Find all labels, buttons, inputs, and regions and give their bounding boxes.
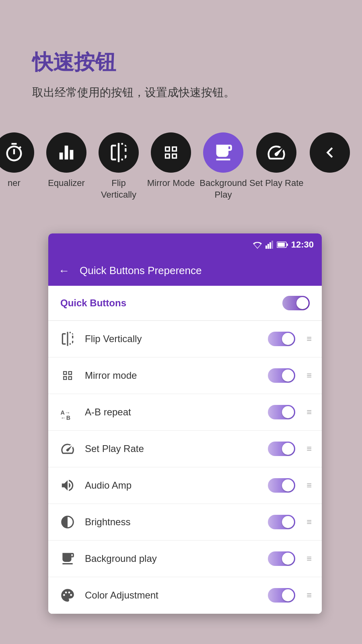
toggle-knob [282,333,294,345]
set-play-rate-row-label: Set Play Rate [85,443,260,454]
settings-row-background-play[interactable]: Background play ≡ [48,541,322,577]
quick-buttons-label: Quick Buttons [60,297,126,309]
settings-row-audio-amp[interactable]: Audio Amp ≡ [48,467,322,504]
page-subtitle: 取出经常使用的按钮，设置成快速按钮。 [32,85,330,100]
background-play-toggle[interactable] [268,551,295,566]
drag-handle-color-adjustment[interactable]: ≡ [306,590,312,601]
flip-vertically-label: FlipVertically [101,178,136,200]
background-play-circle [203,132,243,173]
brightness-icon [60,514,75,530]
toggle-knob [282,443,294,455]
drag-handle-background-play[interactable]: ≡ [306,553,312,564]
toggle-knob [296,297,309,309]
svg-rect-6 [287,244,288,246]
settings-row-ab-repeat[interactable]: A→ ←B A-B repeat ≡ [48,394,322,431]
brightness-row-label: Brightness [85,516,260,528]
color-adjustment-row-icon [58,586,77,605]
color-adjustment-row-label: Color Adjustment [85,590,260,601]
page-title: 快速按钮 [32,48,330,76]
settings-list: Flip Vertically ≡ Mirror mode ≡ A→ ←B [48,321,322,614]
icon-item-background-play[interactable]: BackgroundPlay [197,132,249,200]
set-play-rate-icon [266,142,287,163]
icon-item-timer[interactable]: ner [0,132,40,189]
color-adjustment-toggle[interactable] [268,588,295,603]
icon-item-back[interactable] [304,132,356,178]
toggle-knob [282,406,294,418]
settings-row-mirror-mode[interactable]: Mirror mode ≡ [48,357,322,394]
status-bar: 12:30 [48,233,322,256]
timer-icon [4,142,25,163]
settings-row-flip-vertically[interactable]: Flip Vertically ≡ [48,321,322,357]
mirror-mode-row-label: Mirror mode [85,370,260,381]
toggle-knob [282,553,294,565]
mirror-icon [60,368,75,383]
bg-play-icon [60,551,75,566]
mirror-mode-label: Mirror Mode [147,178,195,189]
mirror-mode-toggle[interactable] [268,368,295,383]
settings-row-color-adjustment[interactable]: Color Adjustment ≡ [48,577,322,614]
brightness-toggle[interactable] [268,515,295,529]
quick-buttons-toggle[interactable] [282,296,310,310]
background-play-row-label: Background play [85,553,260,564]
drag-handle-set-play-rate[interactable]: ≡ [306,444,312,454]
ab-repeat-toggle[interactable] [268,405,295,419]
brightness-row-icon [58,513,77,531]
icon-item-mirror-mode[interactable]: Mirror Mode [145,132,197,189]
settings-row-brightness[interactable]: Brightness ≡ [48,504,322,541]
wifi-icon [253,241,262,249]
app-bar-title: Quick Buttons Preperence [80,264,202,277]
app-bar-back-button[interactable]: ← [58,264,70,277]
ab-repeat-row-label: A-B repeat [85,407,260,418]
settings-row-set-play-rate[interactable]: Set Play Rate ≡ [48,431,322,467]
back-chevron-icon [319,142,340,163]
set-play-rate-circle [256,132,296,173]
equalizer-circle [46,132,86,173]
drag-handle-mirror-mode[interactable]: ≡ [306,370,312,381]
toggle-knob [282,516,294,528]
flip-vertically-row-label: Flip Vertically [85,333,260,345]
mirror-mode-row-icon [58,366,77,385]
phone-mockup: 12:30 ← Quick Buttons Preperence Quick B… [48,233,322,614]
equalizer-label: Equalizer [48,178,85,189]
set-play-rate-label: Set Play Rate [249,178,304,189]
audio-amp-row-label: Audio Amp [85,480,260,491]
background-play-label: BackgroundPlay [200,178,247,200]
mirror-mode-circle [151,132,191,173]
icon-item-flip-vertically[interactable]: FlipVertically [93,132,145,200]
toggle-knob [282,479,294,491]
set-play-rate-row-icon [58,440,77,458]
signal-icon [265,241,274,249]
drag-handle-audio-amp[interactable]: ≡ [306,480,312,491]
svg-rect-1 [267,244,269,249]
svg-rect-3 [272,241,273,249]
audio-amp-row-icon [58,476,77,495]
status-icons: 12:30 [253,239,314,250]
drag-handle-flip-vertically[interactable]: ≡ [306,334,312,344]
timer-label: ner [8,178,21,189]
icon-item-set-play-rate[interactable]: Set Play Rate [249,132,304,189]
ab-icon: A→ ←B [60,405,75,420]
drag-handle-brightness[interactable]: ≡ [306,517,312,527]
battery-icon [277,241,288,248]
speed-icon [60,441,75,456]
drag-handle-ab-repeat[interactable]: ≡ [306,407,312,417]
toggle-knob [282,589,294,601]
audio-icon [60,478,75,493]
svg-rect-0 [265,246,267,249]
quick-buttons-row: Quick Buttons [48,286,322,321]
status-time: 12:30 [291,239,314,250]
icon-item-equalizer[interactable]: Equalizer [40,132,93,189]
mirror-mode-icon [160,142,181,163]
svg-rect-2 [269,242,271,249]
timer-circle [0,132,34,173]
toggle-knob [282,369,294,382]
top-section: 快速按钮 取出经常使用的按钮，设置成快速按钮。 [0,0,362,116]
equalizer-icon [56,142,77,163]
flip-vertically-toggle[interactable] [268,332,295,346]
audio-amp-toggle[interactable] [268,478,295,493]
set-play-rate-toggle[interactable] [268,442,295,456]
color-icon [60,588,75,603]
flip-vert-icon [60,331,75,347]
flip-vertically-circle [99,132,139,173]
background-play-icon [213,142,234,163]
